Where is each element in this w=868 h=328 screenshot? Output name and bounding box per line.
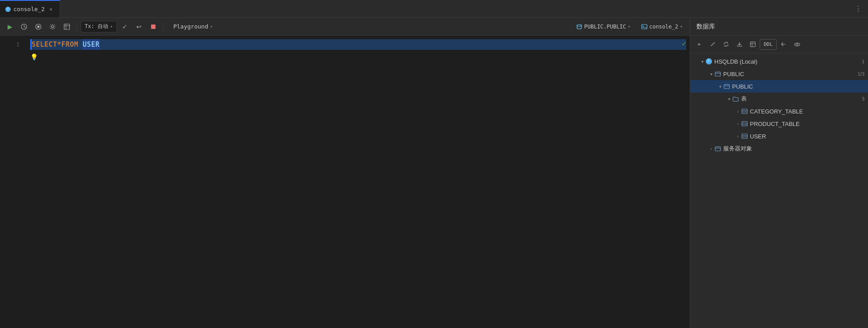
hsqldb-label: HSQLDB (Local) [714, 58, 860, 65]
svg-point-3 [52, 25, 54, 28]
history-button[interactable] [18, 20, 30, 33]
playground-chevron-icon: ▾ [210, 24, 213, 29]
tree-item-category-table[interactable]: CATEGORY_TABLE [690, 105, 868, 117]
tree-item-hsqldb[interactable]: HSQLDB (Local) 1 [690, 55, 868, 68]
tree-view[interactable]: HSQLDB (Local) 1 PUBLIC 1/3 [690, 53, 868, 328]
line-numbers: 1 [0, 36, 27, 328]
server-objects-expand-icon [708, 146, 714, 152]
tab-close-button[interactable]: × [47, 6, 54, 13]
svg-point-14 [794, 43, 800, 46]
db-view-button[interactable] [791, 38, 803, 51]
hsqldb-badge: 1 [862, 59, 864, 64]
tx-dropdown[interactable]: Tx: 自动 ▾ [81, 21, 117, 32]
main-layout: ▶ [0, 18, 868, 328]
hsqldb-expand-icon [699, 58, 705, 65]
db-refresh-button[interactable] [720, 38, 732, 51]
db-panel: 数据库 + [690, 18, 868, 328]
hint-icon: 💡 [30, 52, 38, 62]
db-table-view-button[interactable] [746, 38, 759, 51]
db-add-button[interactable]: + [693, 38, 705, 51]
tree-item-user-table[interactable]: USER [690, 130, 868, 142]
console-tab[interactable]: console_2 × [0, 0, 60, 17]
tables-folder-expand-icon [726, 96, 732, 102]
code-content[interactable]: SELECT * FROM USER 💡 ✓ [27, 36, 690, 328]
svg-rect-4 [64, 24, 70, 29]
user-table-label: USER [750, 133, 864, 140]
tab-more-button[interactable]: ⋮ [849, 4, 868, 13]
sql-select-keyword: SELECT [32, 39, 57, 50]
tx-chevron-icon: ▾ [110, 24, 113, 29]
check-mark-icon: ✓ [682, 39, 686, 48]
schema-db-icon [576, 24, 582, 30]
public-schema-icon [714, 70, 721, 77]
db-edit-button[interactable] [706, 38, 719, 51]
settings-button[interactable] [46, 20, 59, 33]
ddl-button[interactable]: DDL [760, 39, 777, 50]
db-panel-toolbar: + [690, 36, 868, 53]
svg-point-8 [577, 24, 581, 26]
user-table-icon [741, 133, 748, 140]
category-table-icon [741, 108, 748, 115]
console-dropdown[interactable]: console_2 ▾ [638, 21, 686, 32]
svg-rect-17 [724, 85, 729, 89]
product-table-icon [741, 120, 748, 127]
public-active-icon [723, 83, 730, 90]
hsqldb-db-icon [705, 58, 712, 65]
tree-item-product-table[interactable]: PRODUCT_TABLE [690, 117, 868, 130]
console-chevron-icon: ▾ [680, 24, 683, 29]
schema-chevron-icon: ▾ [628, 24, 631, 29]
tab-dot-icon [5, 7, 11, 12]
schema-dropdown[interactable]: PUBLIC.PUBLIC ▾ [573, 21, 634, 32]
db-back-button[interactable] [778, 38, 790, 51]
svg-rect-24 [742, 134, 747, 138]
product-table-label: PRODUCT_TABLE [750, 121, 864, 127]
schema-label: PUBLIC.PUBLIC [584, 24, 626, 30]
playground-label: Playground [173, 23, 208, 30]
editor-toolbar: ▶ [0, 18, 690, 36]
undo-button[interactable]: ↩ [133, 20, 145, 33]
toolbar-divider-1 [77, 22, 77, 31]
console-icon [641, 24, 647, 30]
server-objects-label: 服务器对象 [723, 145, 864, 153]
svg-rect-16 [715, 72, 721, 76]
stop-button[interactable] [32, 20, 45, 33]
public-schema-badge: 1/3 [858, 71, 864, 77]
svg-rect-18 [742, 109, 747, 113]
sql-code: SELECT * FROM USER [32, 39, 100, 50]
tree-item-server-objects[interactable]: 服务器对象 [690, 142, 868, 155]
playground-dropdown[interactable]: Playground ▾ [169, 21, 217, 32]
svg-rect-2 [37, 25, 40, 28]
tab-bar: console_2 × ⋮ [0, 0, 868, 18]
svg-rect-21 [742, 121, 747, 126]
sql-star-op: * [57, 39, 61, 50]
svg-rect-9 [642, 24, 647, 29]
tree-item-tables-folder[interactable]: 表 3 [690, 93, 868, 105]
check-button[interactable]: ✓ [119, 20, 131, 33]
tables-folder-label: 表 [741, 95, 860, 103]
sql-line-1[interactable]: SELECT * FROM USER [30, 39, 686, 50]
user-table-expand-icon [735, 133, 741, 139]
category-table-label: CATEGORY_TABLE [750, 108, 864, 115]
tables-folder-icon [732, 95, 739, 102]
table-button[interactable] [61, 20, 73, 33]
db-panel-header: 数据库 [690, 18, 868, 36]
sql-from-keyword: FROM [61, 39, 78, 50]
db-export-button[interactable] [733, 38, 745, 51]
tables-folder-badge: 3 [862, 96, 864, 101]
svg-point-15 [796, 44, 798, 45]
console-label: console_2 [649, 24, 678, 30]
toolbar-divider-2 [163, 22, 164, 31]
tree-item-public-schema[interactable]: PUBLIC 1/3 [690, 68, 868, 80]
public-schema-label: PUBLIC [723, 71, 856, 77]
svg-rect-7 [151, 24, 156, 29]
tab-title: console_2 [13, 6, 45, 12]
tree-item-public-active[interactable]: PUBLIC [690, 80, 868, 93]
cancel-tx-button[interactable] [147, 20, 160, 33]
product-table-expand-icon [735, 121, 741, 127]
category-table-expand-icon [735, 108, 741, 114]
editor-pane: ▶ [0, 18, 690, 328]
line-number-1: 1 [0, 39, 20, 50]
sql-table-name: USER [82, 39, 99, 50]
code-editor[interactable]: 1 SELECT * FROM USER 💡 ✓ [0, 36, 690, 328]
run-button[interactable]: ▶ [4, 20, 16, 33]
